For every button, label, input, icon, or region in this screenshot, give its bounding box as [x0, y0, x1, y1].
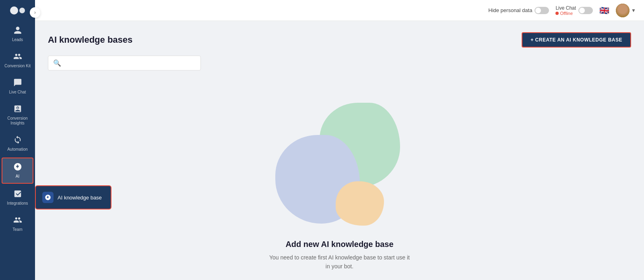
- svg-rect-1: [17, 107, 19, 109]
- user-dropdown-arrow: ▼: [631, 8, 636, 13]
- status-dot: [555, 12, 559, 15]
- sidebar-item-leads-label: Leads: [12, 37, 23, 42]
- ai-submenu: AI knowledge base: [35, 185, 111, 209]
- svg-rect-2: [19, 107, 21, 109]
- sidebar: › Leads Conversion Kit Live Chat: [0, 0, 35, 280]
- empty-state: Add new AI knowledge base You need to cr…: [48, 79, 631, 280]
- automation-icon: [13, 135, 22, 145]
- hide-personal-data-label: Hide personal data: [488, 7, 532, 13]
- sidebar-item-automation[interactable]: Automation: [0, 131, 35, 157]
- sidebar-item-team-label: Team: [12, 227, 22, 232]
- search-input[interactable]: [64, 60, 196, 66]
- search-bar: 🔍: [48, 56, 201, 71]
- sidebar-item-integrations[interactable]: Integrations: [0, 185, 35, 211]
- search-icon: 🔍: [53, 59, 61, 67]
- live-chat-icon: [13, 78, 22, 88]
- hide-personal-data: Hide personal data: [488, 7, 549, 14]
- sidebar-item-conversion-insights-label: Conversion Insights: [3, 116, 32, 126]
- blob-orange: [336, 181, 384, 226]
- sidebar-item-live-chat[interactable]: Live Chat: [0, 73, 35, 100]
- sidebar-item-ai-label: AI: [16, 174, 19, 179]
- collapse-button[interactable]: ›: [30, 7, 40, 18]
- svg-rect-0: [14, 106, 16, 109]
- live-chat-toggle[interactable]: [578, 7, 593, 14]
- sidebar-item-automation-label: Automation: [7, 147, 28, 152]
- main-area: Hide personal data Live Chat Offline 🇬🇧 …: [35, 0, 644, 280]
- team-icon: [13, 216, 22, 226]
- illustration: [259, 95, 420, 232]
- language-selector[interactable]: 🇬🇧: [599, 6, 609, 15]
- user-avatar: [616, 4, 630, 17]
- topbar: Hide personal data Live Chat Offline 🇬🇧 …: [35, 0, 644, 21]
- hide-personal-data-toggle[interactable]: [535, 7, 549, 14]
- page-title: AI knowledge bases: [48, 35, 132, 45]
- sidebar-item-live-chat-label: Live Chat: [9, 90, 26, 95]
- ai-icon: [13, 162, 22, 172]
- sidebar-item-conversion-label: Conversion Kit: [4, 64, 31, 68]
- create-knowledge-base-button[interactable]: + CREATE AN AI KNOWLEDGE BASE: [522, 32, 631, 48]
- empty-state-title: Add new AI knowledge base: [285, 240, 393, 249]
- integrations-icon: [13, 189, 22, 199]
- submenu-item-label: AI knowledge base: [58, 195, 102, 201]
- empty-state-description: You need to create first AI knowledge ba…: [267, 253, 412, 271]
- sidebar-item-integrations-label: Integrations: [7, 201, 28, 206]
- sidebar-item-conversion[interactable]: Conversion Kit: [0, 47, 35, 73]
- submenu-ai-icon: [42, 192, 54, 203]
- sidebar-item-team[interactable]: Team: [0, 211, 35, 237]
- user-menu[interactable]: ▼: [616, 4, 636, 17]
- live-chat-label: Live Chat: [555, 5, 576, 11]
- leads-icon: [13, 26, 22, 36]
- avatar-image: [616, 4, 630, 17]
- sidebar-nav: Leads Conversion Kit Live Chat Conversio…: [0, 21, 35, 280]
- conversion-icon: [13, 52, 22, 62]
- content-area: AI knowledge bases + CREATE AN AI KNOWLE…: [35, 21, 644, 280]
- sidebar-item-conversion-insights[interactable]: Conversion Insights: [0, 100, 35, 131]
- flag-icon: 🇬🇧: [599, 6, 609, 15]
- live-chat-status: Live Chat Offline: [555, 5, 593, 16]
- sidebar-item-ai[interactable]: AI: [2, 158, 33, 184]
- page-header: AI knowledge bases + CREATE AN AI KNOWLE…: [48, 32, 631, 48]
- offline-status: Offline: [555, 11, 573, 16]
- conversion-insights-icon: [13, 104, 22, 114]
- sidebar-item-leads[interactable]: Leads: [0, 21, 35, 47]
- submenu-item-ai-knowledge-base[interactable]: AI knowledge base: [36, 188, 111, 207]
